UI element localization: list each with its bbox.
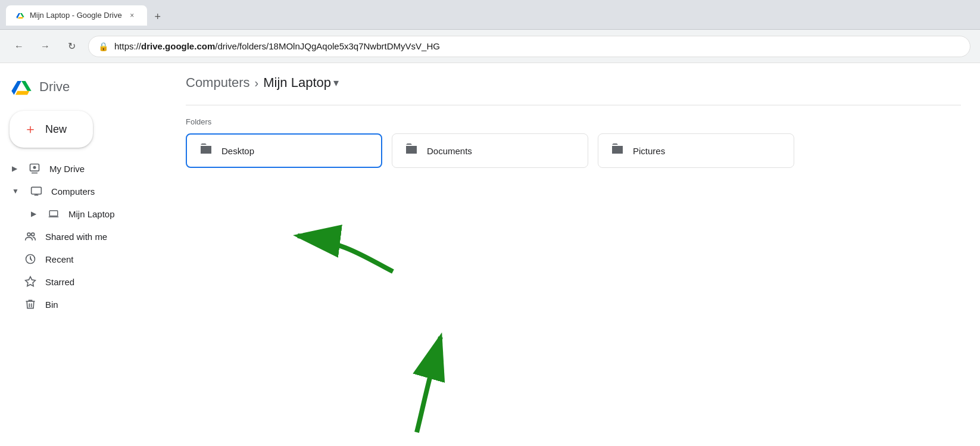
- sidebar-item-shared-with-me[interactable]: Shared with me: [0, 225, 157, 248]
- breadcrumb: Computers › Mijn Laptop ▾: [186, 75, 961, 91]
- folder-documents-icon: [404, 142, 419, 160]
- starred-icon: [24, 275, 37, 288]
- mijn-laptop-expand-arrow: ▶: [31, 210, 36, 218]
- folder-desktop-name: Desktop: [221, 146, 254, 156]
- svg-rect-2: [32, 187, 42, 194]
- breadcrumb-dropdown-arrow: ▾: [333, 76, 339, 89]
- breadcrumb-current-dropdown[interactable]: Mijn Laptop ▾: [263, 75, 339, 91]
- tab-favicon: [15, 11, 25, 20]
- svg-point-4: [27, 233, 30, 236]
- tab-close-button[interactable]: ×: [127, 10, 138, 21]
- folder-card-documents[interactable]: Documents: [392, 133, 588, 168]
- folders-section-label: Folders: [186, 117, 961, 126]
- plus-icon: ＋: [24, 120, 37, 138]
- sidebar-item-my-drive[interactable]: ▶ My Drive: [0, 157, 157, 180]
- back-button[interactable]: ←: [10, 37, 29, 56]
- computers-expand-arrow: ▼: [12, 187, 19, 195]
- shared-with-me-label: Shared with me: [45, 232, 107, 242]
- breadcrumb-computers-link[interactable]: Computers: [186, 75, 250, 91]
- main-content: Computers › Mijn Laptop ▾ Folders Deskto…: [167, 63, 980, 180]
- starred-label: Starred: [45, 277, 74, 287]
- recent-icon: [24, 252, 37, 266]
- lock-icon: 🔒: [98, 42, 108, 51]
- address-bar-row: ← → ↻ 🔒 https://drive.google.com/drive/f…: [0, 30, 980, 63]
- drive-logo-icon: [10, 75, 33, 99]
- new-tab-button[interactable]: +: [149, 9, 166, 26]
- tab-title: Mijn Laptop - Google Drive: [30, 11, 122, 20]
- svg-marker-7: [26, 277, 36, 286]
- breadcrumb-separator: ›: [255, 76, 259, 90]
- computers-label: Computers: [51, 186, 95, 197]
- new-button[interactable]: ＋ New: [10, 111, 93, 148]
- browser-chrome: Mijn Laptop - Google Drive × +: [0, 0, 980, 30]
- forward-button[interactable]: →: [36, 37, 55, 56]
- address-url: https://drive.google.com/drive/folders/1…: [114, 41, 440, 51]
- my-drive-label: My Drive: [49, 164, 85, 174]
- sidebar-item-bin[interactable]: Bin: [0, 293, 157, 316]
- mijn-laptop-icon: [47, 207, 60, 220]
- bin-label: Bin: [45, 300, 58, 310]
- reload-button[interactable]: ↻: [62, 37, 81, 56]
- tab-bar: Mijn Laptop - Google Drive × +: [6, 4, 166, 26]
- computers-icon: [30, 185, 43, 198]
- my-drive-icon: [28, 162, 41, 175]
- new-button-label: New: [45, 123, 67, 136]
- mijn-laptop-label: Mijn Laptop: [68, 209, 115, 219]
- breadcrumb-current-label: Mijn Laptop: [263, 75, 331, 91]
- folder-desktop-icon: [199, 142, 213, 160]
- sidebar-item-starred[interactable]: Starred: [0, 270, 157, 293]
- sidebar-item-recent[interactable]: Recent: [0, 248, 157, 270]
- drive-logo-area: Drive: [0, 70, 167, 108]
- folder-pictures-icon: [610, 142, 625, 160]
- my-drive-expand-arrow: ▶: [12, 164, 17, 173]
- sidebar: Drive ＋ New ▶ My Drive ▼ Computers ▶: [0, 63, 167, 446]
- main-wrapper: Computers › Mijn Laptop ▾ Folders Deskto…: [167, 63, 980, 446]
- folder-documents-name: Documents: [427, 146, 472, 156]
- folder-pictures-name: Pictures: [633, 146, 665, 156]
- bin-icon: [24, 298, 37, 311]
- recent-label: Recent: [45, 254, 74, 264]
- folder-card-desktop[interactable]: Desktop: [186, 133, 382, 168]
- active-tab[interactable]: Mijn Laptop - Google Drive ×: [6, 5, 147, 26]
- svg-point-5: [32, 233, 35, 236]
- shared-icon: [24, 230, 37, 243]
- folder-card-pictures[interactable]: Pictures: [598, 133, 794, 168]
- svg-rect-3: [49, 211, 58, 216]
- app-layout: Drive ＋ New ▶ My Drive ▼ Computers ▶: [0, 63, 980, 446]
- drive-logo-text: Drive: [39, 79, 70, 95]
- address-bar[interactable]: 🔒 https://drive.google.com/drive/folders…: [88, 36, 970, 57]
- sidebar-item-computers[interactable]: ▼ Computers: [0, 180, 157, 202]
- sidebar-item-mijn-laptop[interactable]: ▶ Mijn Laptop: [0, 202, 157, 225]
- svg-point-1: [33, 166, 36, 169]
- folders-grid: Desktop Documents Pictures: [186, 133, 961, 168]
